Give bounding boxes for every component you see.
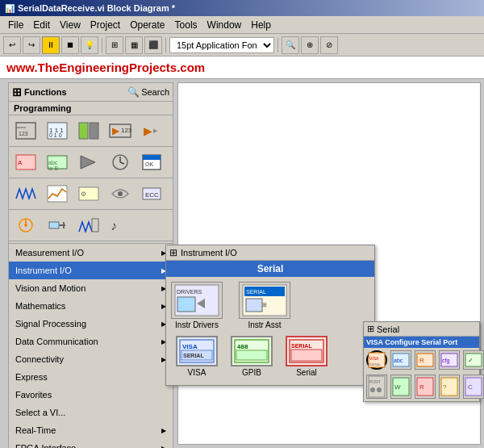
icon-boolean[interactable]: [74, 118, 103, 144]
sidebar-item-signal-processing[interactable]: Signal Processing ▶: [9, 315, 173, 333]
toolbar-pause[interactable]: ⏸: [42, 36, 60, 54]
menu-operate[interactable]: Operate: [125, 18, 169, 32]
instrument-io-panel: ⊞ Instrument I/O Serial DRIVERS Instr Dr…: [165, 245, 375, 386]
svg-rect-57: [291, 350, 322, 361]
icon-path[interactable]: abcla B: [43, 149, 72, 175]
icon-chart[interactable]: [43, 181, 72, 207]
sidebar-item-realtime[interactable]: Real-Time ▶: [9, 421, 173, 439]
visa-row: VISA SERIAL VISA 488: [171, 333, 369, 380]
menu-view[interactable]: View: [55, 18, 86, 32]
gpib-item[interactable]: 488 GPIB: [231, 336, 273, 377]
serial-icon-1[interactable]: abc: [390, 350, 411, 370]
sidebar-item-mathematics[interactable]: Mathematics ▶: [9, 297, 173, 315]
svg-text:C: C: [468, 383, 473, 391]
instr-drivers-item[interactable]: DRIVERS Instr Drivers: [171, 282, 223, 329]
svg-text:OK: OK: [145, 161, 153, 167]
icon-numeric[interactable]: 1 1 10 1 0: [43, 118, 72, 144]
sidebar-item-measurement-io[interactable]: Measurement I/O ▶: [9, 244, 173, 262]
serial-icon-4[interactable]: ✓: [463, 350, 484, 370]
icon-dialog[interactable]: OK: [137, 149, 166, 175]
svg-point-33: [24, 224, 27, 227]
toolbar-extra2[interactable]: ⊘: [320, 36, 338, 54]
functions-title-btn[interactable]: ⊞ Functions: [12, 86, 67, 98]
font-selector[interactable]: 15pt Application Font: [169, 37, 274, 53]
serial-icon-5[interactable]: PORT: [366, 375, 387, 399]
functions-header: ⊞ Functions 🔍 Search: [9, 83, 173, 102]
icon-signal-icon[interactable]: [74, 212, 103, 238]
svg-text:▶: ▶: [112, 126, 120, 136]
sidebar-item-connectivity[interactable]: Connectivity ▶: [9, 350, 173, 368]
menu-project[interactable]: Project: [86, 18, 125, 32]
serial-icon-box: SERIAL: [286, 336, 328, 366]
svg-marker-18: [81, 156, 95, 169]
svg-rect-25: [48, 186, 67, 202]
sidebar-item-vision-motion[interactable]: Vision and Motion ▶: [9, 279, 173, 297]
sidebar-item-fpga[interactable]: FPGA Interface ▶: [9, 439, 173, 448]
toolbar-forward[interactable]: ↪: [23, 36, 40, 54]
functions-label: Functions: [24, 87, 67, 97]
icon-struct[interactable]: 123: [11, 118, 40, 144]
serial-subitem[interactable]: SERIAL Serial: [286, 336, 328, 377]
svg-text:123: 123: [19, 131, 28, 136]
serial-icon-6[interactable]: W: [390, 375, 411, 399]
toolbar-sep1: [102, 38, 102, 52]
svg-text:cfg: cfg: [442, 358, 449, 364]
menu-edit[interactable]: Edit: [28, 18, 55, 32]
toolbar-sep3: [277, 38, 278, 52]
menu-window[interactable]: Window: [202, 18, 247, 32]
toolbar-layout[interactable]: ▦: [125, 36, 143, 54]
gpib-icon-box: 488: [231, 336, 273, 366]
svg-text:SERIAL: SERIAL: [246, 289, 266, 295]
icon-waveform[interactable]: [11, 181, 40, 207]
instr-asst-item[interactable]: SERIAL ⊞ Instr Asst: [239, 282, 290, 329]
sidebar-item-express[interactable]: Express: [9, 368, 173, 386]
serial-icon-0[interactable]: VISA SERIAL: [366, 350, 387, 370]
toolbar-extra1[interactable]: ⊕: [301, 36, 319, 54]
menu-file[interactable]: File: [3, 18, 28, 32]
serial-icon-8[interactable]: ?: [439, 375, 460, 399]
icon-string[interactable]: A: [11, 149, 40, 175]
icon-music[interactable]: ♪: [106, 212, 135, 238]
sidebar-item-select-vi[interactable]: Select a VI...: [9, 404, 173, 421]
icon-timing[interactable]: [106, 149, 135, 175]
serial-icons-grid: VISA SERIAL abc R cfg: [364, 348, 479, 372]
gpib-label: GPIB: [242, 368, 261, 377]
instr-asst-label: Instr Asst: [248, 320, 281, 329]
instr-drivers-label: Instr Drivers: [175, 320, 219, 329]
search-btn[interactable]: 🔍 Search: [127, 86, 169, 98]
sidebar-item-data-communication[interactable]: Data Communication ▶: [9, 333, 173, 350]
serial-icon-7[interactable]: R: [415, 375, 436, 399]
toolbar-arrange[interactable]: ⬛: [144, 36, 162, 54]
icon-instrument[interactable]: [11, 212, 40, 238]
toolbar-zoom[interactable]: 🔍: [282, 36, 299, 54]
io-row-1: DRIVERS Instr Drivers SERIAL: [171, 282, 369, 329]
programming-label: Programming: [9, 102, 173, 115]
serial-icon-3[interactable]: cfg: [439, 350, 460, 370]
main-area: ⊞ Functions 🔍 Search Programming 123 1 1…: [0, 79, 484, 448]
toolbar-stop[interactable]: ⏹: [61, 36, 79, 54]
menu-tools[interactable]: Tools: [170, 18, 202, 32]
toolbar-grid[interactable]: ⊞: [106, 36, 123, 54]
icon-exec[interactable]: [74, 149, 103, 175]
menu-help[interactable]: Help: [246, 18, 276, 32]
icon-io3[interactable]: ECC: [137, 181, 166, 207]
arrow-icon-10: ▶: [161, 427, 166, 434]
sidebar-item-instrument-io[interactable]: Instrument I/O ▶: [9, 262, 173, 279]
sidebar-item-favorites[interactable]: Favorites: [9, 386, 173, 404]
svg-text:0 1 0: 0 1 0: [49, 132, 62, 138]
icons-grid-3: ⚙ ECC: [9, 178, 173, 210]
icon-io1[interactable]: ⚙: [74, 181, 103, 207]
svg-text:R: R: [419, 357, 424, 364]
visa-item[interactable]: VISA SERIAL VISA: [176, 336, 218, 377]
toolbar-light[interactable]: 💡: [81, 36, 98, 54]
icon-cluster[interactable]: ▶▶: [137, 118, 166, 144]
svg-text:R: R: [419, 383, 424, 391]
toolbar-back[interactable]: ↩: [3, 36, 21, 54]
serial-icon-2[interactable]: R: [415, 350, 436, 370]
svg-rect-34: [49, 222, 59, 228]
icon-array[interactable]: ▶123: [106, 118, 135, 144]
serial-icon-9[interactable]: C: [463, 375, 484, 399]
icon-motor[interactable]: [43, 212, 72, 238]
svg-text:123: 123: [121, 127, 131, 134]
icon-io2[interactable]: [106, 181, 135, 207]
